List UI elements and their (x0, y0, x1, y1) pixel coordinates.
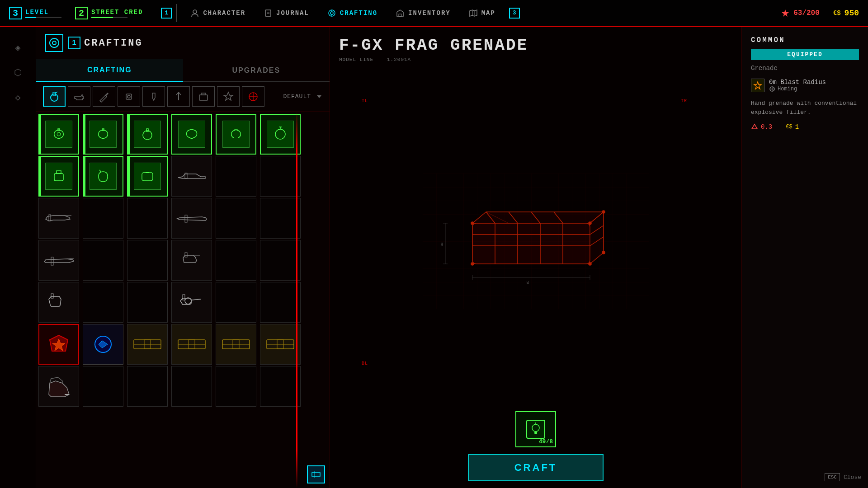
svg-rect-48 (183, 295, 185, 300)
list-item[interactable] (260, 282, 301, 323)
equipped-label: EQUIPPED (787, 51, 822, 58)
list-item[interactable] (127, 240, 168, 281)
list-item[interactable] (171, 240, 212, 281)
nav-crafting[interactable]: CRAFTING (327, 9, 377, 18)
tab-upgrades[interactable]: UPGRADES (183, 59, 330, 82)
list-item[interactable] (83, 114, 123, 155)
list-item[interactable] (216, 324, 256, 365)
list-item[interactable] (260, 240, 301, 281)
list-item[interactable] (216, 114, 256, 155)
svg-marker-104 (752, 124, 757, 129)
street-cred-label: STREET CRED (91, 9, 143, 16)
svg-rect-42 (51, 257, 53, 265)
cat-grenades[interactable] (43, 86, 66, 107)
cat-tech[interactable] (118, 86, 140, 107)
weight-display: 0.3 (751, 123, 772, 131)
cat-special1[interactable] (192, 86, 215, 107)
nav-character[interactable]: CHARACTER (190, 9, 245, 18)
weight-value: 0.3 (761, 123, 772, 131)
svg-point-15 (51, 94, 58, 101)
list-item[interactable] (38, 282, 79, 323)
item-crate1-icon (132, 335, 163, 353)
left-panel: 1 CRAFTING CRAFTING UPGRADES (36, 27, 330, 488)
nav-inventory-label: INVENTORY (408, 9, 451, 17)
cat-blades[interactable] (93, 86, 115, 107)
list-item[interactable] (83, 156, 123, 197)
list-item[interactable] (260, 198, 301, 239)
svg-point-14 (52, 41, 56, 45)
list-item[interactable] (83, 240, 123, 281)
list-item[interactable] (127, 324, 168, 365)
list-item[interactable] (260, 114, 301, 155)
left-sidebar: ◈ ⬡ ◇ (0, 27, 36, 488)
model-line-value: 1.2001A (387, 57, 411, 62)
close-label[interactable]: Close (844, 474, 861, 481)
list-item[interactable] (216, 282, 256, 323)
list-item[interactable] (83, 324, 123, 365)
list-item[interactable] (83, 198, 123, 239)
list-item[interactable] (38, 324, 79, 365)
list-item[interactable] (127, 114, 168, 155)
item-pistol2-icon (179, 249, 204, 272)
list-item[interactable] (171, 282, 212, 323)
list-item[interactable] (216, 240, 256, 281)
list-item[interactable] (216, 156, 256, 197)
nav-inventory[interactable]: INVENTORY (396, 9, 451, 18)
list-item[interactable] (127, 366, 168, 407)
list-item[interactable] (171, 324, 212, 365)
list-item[interactable] (127, 282, 168, 323)
top-bar: 3 LEVEL 2 STREET CRED 1 CHARACTER JOURNA… (0, 0, 868, 27)
list-item[interactable] (216, 366, 256, 407)
svg-point-5 (330, 12, 333, 14)
list-item[interactable] (260, 366, 301, 407)
svg-point-27 (57, 132, 61, 136)
list-item[interactable] (83, 282, 123, 323)
street-cred-number: 2 (75, 7, 88, 19)
sidebar-icon-3: ◇ (7, 86, 29, 108)
nav-map[interactable]: MAP (469, 9, 495, 18)
corner-label-tl: TL (362, 99, 368, 103)
cat-special2[interactable] (217, 86, 240, 107)
money-value: 950 (844, 9, 859, 18)
list-item[interactable] (216, 198, 256, 239)
list-item[interactable] (171, 114, 212, 155)
cat-special3[interactable] (242, 86, 264, 107)
close-area: ESC Close (825, 473, 861, 481)
cat-pistols[interactable] (68, 86, 90, 107)
cat-ammo[interactable] (142, 86, 165, 107)
list-item[interactable] (38, 198, 79, 239)
list-item[interactable] (171, 198, 212, 239)
health-icon (781, 9, 790, 18)
esc-key[interactable]: ESC (825, 473, 840, 481)
scroll-indicator (307, 465, 325, 483)
list-item[interactable] (38, 156, 79, 197)
health-value: 63/200 (793, 9, 820, 17)
list-item[interactable] (171, 366, 212, 407)
sort-icon (316, 93, 323, 100)
list-item[interactable] (83, 366, 123, 407)
svg-point-47 (185, 298, 191, 304)
list-item[interactable] (38, 240, 79, 281)
panel-header: 1 CRAFTING (36, 27, 330, 59)
nav-badge: 3 (509, 8, 520, 19)
list-item[interactable] (127, 198, 168, 239)
nav-journal[interactable]: JOURNAL (264, 9, 309, 18)
cat-arrows[interactable] (167, 86, 190, 107)
craft-button[interactable]: CRAFT (468, 454, 604, 481)
money-display: €$ 950 (833, 9, 859, 18)
model-line-label: MODEL LINE (339, 57, 373, 62)
weight-icon (751, 123, 758, 131)
svg-rect-46 (51, 294, 53, 298)
list-item[interactable] (171, 156, 212, 197)
list-item[interactable] (127, 156, 168, 197)
list-item[interactable] (38, 114, 79, 155)
list-item[interactable] (38, 366, 79, 407)
character-icon (190, 9, 199, 18)
list-item[interactable] (260, 156, 301, 197)
item-name: F-GX FRAG GRENADE (339, 36, 732, 55)
equipped-bar: EQUIPPED (751, 49, 859, 60)
list-item[interactable] (260, 324, 301, 365)
item-crate3-icon (220, 335, 252, 353)
tab-crafting[interactable]: CRAFTING (36, 59, 183, 82)
item-description: Hand grenade with conventional explosive… (751, 99, 859, 117)
